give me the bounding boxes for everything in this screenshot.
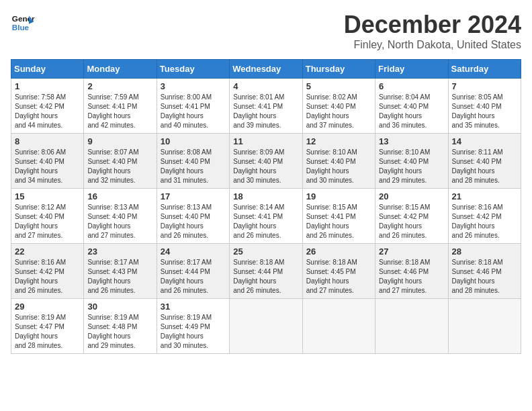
calendar-cell: 5Sunrise: 8:02 AMSunset: 4:40 PMDaylight…	[302, 79, 375, 134]
day-number: 30	[87, 302, 152, 312]
day-info: Sunrise: 7:59 AMSunset: 4:41 PMDaylight …	[87, 93, 152, 130]
calendar-cell: 11Sunrise: 8:09 AMSunset: 4:40 PMDayligh…	[230, 134, 302, 189]
logo: General Blue	[11, 11, 35, 35]
calendar-cell: 14Sunrise: 8:11 AMSunset: 4:40 PMDayligh…	[448, 134, 521, 189]
day-info: Sunrise: 8:08 AMSunset: 4:40 PMDaylight …	[161, 148, 226, 185]
day-info: Sunrise: 8:18 AMSunset: 4:46 PMDaylight …	[452, 258, 517, 295]
day-info: Sunrise: 8:19 AMSunset: 4:49 PMDaylight …	[161, 313, 226, 351]
calendar-cell: 15Sunrise: 8:12 AMSunset: 4:40 PMDayligh…	[11, 189, 84, 244]
day-number: 11	[233, 136, 298, 146]
day-number: 18	[233, 191, 298, 201]
calendar-cell: 31Sunrise: 8:19 AMSunset: 4:49 PMDayligh…	[157, 299, 229, 354]
page-header: General Blue December 2024 Finley, North…	[11, 11, 521, 51]
day-info: Sunrise: 8:02 AMSunset: 4:40 PMDaylight …	[306, 93, 371, 130]
day-info: Sunrise: 8:00 AMSunset: 4:41 PMDaylight …	[161, 93, 226, 130]
day-number: 21	[452, 191, 517, 201]
day-info: Sunrise: 8:19 AMSunset: 4:47 PMDaylight …	[15, 313, 80, 351]
day-number: 9	[87, 136, 152, 146]
day-number: 12	[306, 136, 371, 146]
weekday-header-monday: Monday	[84, 60, 157, 79]
day-info: Sunrise: 8:07 AMSunset: 4:40 PMDaylight …	[87, 148, 152, 185]
day-number: 4	[233, 81, 298, 91]
day-number: 29	[15, 302, 80, 312]
day-info: Sunrise: 8:10 AMSunset: 4:40 PMDaylight …	[379, 148, 444, 185]
day-number: 22	[15, 246, 80, 257]
calendar-week-row: 22Sunrise: 8:16 AMSunset: 4:42 PMDayligh…	[11, 244, 521, 299]
day-number: 17	[161, 191, 226, 201]
day-number: 15	[15, 191, 80, 201]
calendar-table: SundayMondayTuesdayWednesdayThursdayFrid…	[11, 59, 521, 354]
calendar-cell: 29Sunrise: 8:19 AMSunset: 4:47 PMDayligh…	[11, 299, 84, 354]
calendar-cell: 20Sunrise: 8:15 AMSunset: 4:42 PMDayligh…	[375, 189, 448, 244]
day-number: 25	[233, 246, 298, 257]
calendar-cell: 23Sunrise: 8:17 AMSunset: 4:43 PMDayligh…	[84, 244, 157, 299]
day-number: 3	[161, 81, 226, 91]
day-number: 13	[379, 136, 444, 146]
day-number: 8	[15, 136, 80, 146]
calendar-title: December 2024	[344, 11, 521, 39]
day-number: 24	[161, 246, 226, 257]
svg-text:Blue: Blue	[12, 23, 30, 32]
weekday-header-thursday: Thursday	[302, 60, 375, 79]
day-number: 31	[161, 302, 226, 312]
day-info: Sunrise: 8:15 AMSunset: 4:41 PMDaylight …	[306, 203, 371, 240]
day-number: 19	[306, 191, 371, 201]
calendar-cell: 2Sunrise: 7:59 AMSunset: 4:41 PMDaylight…	[84, 79, 157, 134]
weekday-header-tuesday: Tuesday	[157, 60, 229, 79]
calendar-cell: 19Sunrise: 8:15 AMSunset: 4:41 PMDayligh…	[302, 189, 375, 244]
day-info: Sunrise: 8:18 AMSunset: 4:45 PMDaylight …	[306, 258, 371, 295]
calendar-cell: 12Sunrise: 8:10 AMSunset: 4:40 PMDayligh…	[302, 134, 375, 189]
day-number: 6	[379, 81, 444, 91]
calendar-cell: 17Sunrise: 8:13 AMSunset: 4:40 PMDayligh…	[157, 189, 229, 244]
calendar-cell: 3Sunrise: 8:00 AMSunset: 4:41 PMDaylight…	[157, 79, 229, 134]
calendar-cell	[230, 299, 302, 354]
calendar-cell	[375, 299, 448, 354]
day-info: Sunrise: 7:58 AMSunset: 4:42 PMDaylight …	[15, 93, 80, 130]
day-info: Sunrise: 8:19 AMSunset: 4:48 PMDaylight …	[87, 313, 152, 351]
day-info: Sunrise: 8:17 AMSunset: 4:43 PMDaylight …	[87, 258, 152, 295]
day-info: Sunrise: 8:13 AMSunset: 4:40 PMDaylight …	[161, 203, 226, 240]
day-number: 16	[87, 191, 152, 201]
calendar-cell: 16Sunrise: 8:13 AMSunset: 4:40 PMDayligh…	[84, 189, 157, 244]
weekday-header-saturday: Saturday	[448, 60, 521, 79]
weekday-header-sunday: Sunday	[11, 60, 84, 79]
day-info: Sunrise: 8:09 AMSunset: 4:40 PMDaylight …	[233, 148, 298, 185]
calendar-cell: 28Sunrise: 8:18 AMSunset: 4:46 PMDayligh…	[448, 244, 521, 299]
calendar-cell: 13Sunrise: 8:10 AMSunset: 4:40 PMDayligh…	[375, 134, 448, 189]
calendar-cell: 25Sunrise: 8:18 AMSunset: 4:44 PMDayligh…	[230, 244, 302, 299]
day-info: Sunrise: 8:12 AMSunset: 4:40 PMDaylight …	[15, 203, 80, 240]
calendar-cell	[448, 299, 521, 354]
day-number: 26	[306, 246, 371, 257]
calendar-week-row: 8Sunrise: 8:06 AMSunset: 4:40 PMDaylight…	[11, 134, 521, 189]
day-info: Sunrise: 8:10 AMSunset: 4:40 PMDaylight …	[306, 148, 371, 185]
day-number: 5	[306, 81, 371, 91]
weekday-header-row: SundayMondayTuesdayWednesdayThursdayFrid…	[11, 60, 521, 79]
day-info: Sunrise: 8:14 AMSunset: 4:41 PMDaylight …	[233, 203, 298, 240]
day-info: Sunrise: 8:16 AMSunset: 4:42 PMDaylight …	[15, 258, 80, 295]
calendar-cell: 1Sunrise: 7:58 AMSunset: 4:42 PMDaylight…	[11, 79, 84, 134]
calendar-cell: 10Sunrise: 8:08 AMSunset: 4:40 PMDayligh…	[157, 134, 229, 189]
day-number: 23	[87, 246, 152, 257]
calendar-cell: 8Sunrise: 8:06 AMSunset: 4:40 PMDaylight…	[11, 134, 84, 189]
calendar-cell: 27Sunrise: 8:18 AMSunset: 4:46 PMDayligh…	[375, 244, 448, 299]
calendar-cell: 6Sunrise: 8:04 AMSunset: 4:40 PMDaylight…	[375, 79, 448, 134]
day-number: 20	[379, 191, 444, 201]
day-info: Sunrise: 8:18 AMSunset: 4:46 PMDaylight …	[379, 258, 444, 295]
day-number: 1	[15, 81, 80, 91]
calendar-cell: 30Sunrise: 8:19 AMSunset: 4:48 PMDayligh…	[84, 299, 157, 354]
day-info: Sunrise: 8:15 AMSunset: 4:42 PMDaylight …	[379, 203, 444, 240]
weekday-header-wednesday: Wednesday	[230, 60, 302, 79]
day-number: 27	[379, 246, 444, 257]
calendar-cell: 9Sunrise: 8:07 AMSunset: 4:40 PMDaylight…	[84, 134, 157, 189]
title-area: December 2024 Finley, North Dakota, Unit…	[344, 11, 521, 51]
day-number: 10	[161, 136, 226, 146]
calendar-cell: 21Sunrise: 8:16 AMSunset: 4:42 PMDayligh…	[448, 189, 521, 244]
day-number: 7	[452, 81, 517, 91]
weekday-header-friday: Friday	[375, 60, 448, 79]
day-number: 14	[452, 136, 517, 146]
day-info: Sunrise: 8:18 AMSunset: 4:44 PMDaylight …	[233, 258, 298, 295]
calendar-cell: 26Sunrise: 8:18 AMSunset: 4:45 PMDayligh…	[302, 244, 375, 299]
calendar-cell: 4Sunrise: 8:01 AMSunset: 4:41 PMDaylight…	[230, 79, 302, 134]
day-info: Sunrise: 8:05 AMSunset: 4:40 PMDaylight …	[452, 93, 517, 130]
day-number: 2	[87, 81, 152, 91]
